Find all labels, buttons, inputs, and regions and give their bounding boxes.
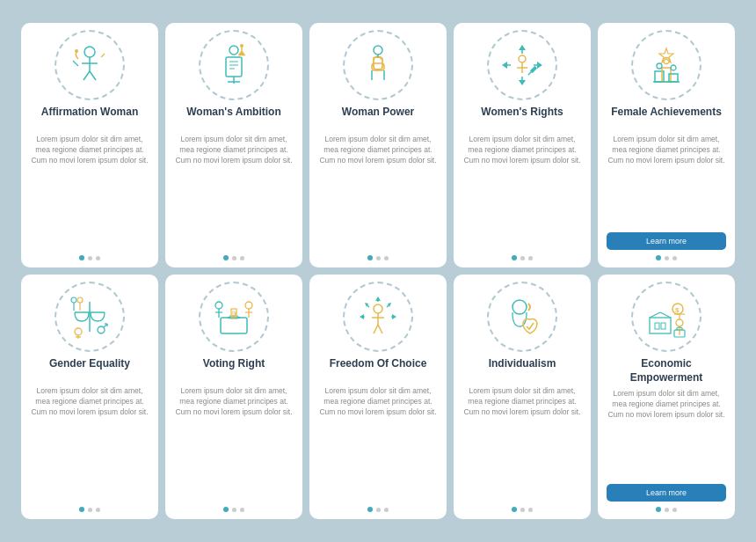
dot-1: [367, 255, 373, 260]
svg-text:$: $: [675, 306, 680, 314]
svg-marker-30: [519, 80, 526, 85]
freedom-of-choice-icon: [354, 293, 402, 341]
icon-circle-1: [55, 30, 125, 100]
svg-point-45: [671, 65, 676, 70]
card-title: Female Achievements: [611, 106, 722, 130]
dot-3: [96, 508, 100, 512]
svg-marker-28: [519, 45, 526, 50]
card-title: Woman's Ambition: [186, 106, 281, 130]
svg-marker-79: [375, 297, 381, 301]
card-text: Lorem ipsum dolor sit dim amet, mea regi…: [318, 135, 438, 250]
card-gender-equality: Gender Equality Lorem ipsum dolor sit di…: [21, 275, 158, 519]
icon-circle-6: [55, 282, 125, 352]
card-title: Affirmation Woman: [41, 106, 138, 130]
card-text: Lorem ipsum dolor sit dim amet, mea regi…: [30, 135, 149, 250]
card-text: Lorem ipsum dolor sit dim amet, mea regi…: [174, 386, 294, 502]
card-text: Lorem ipsum dolor sit dim amet, mea regi…: [607, 389, 726, 480]
card-title: Economic Empowerment: [607, 357, 726, 385]
icon-circle-3: [343, 30, 413, 100]
dot-2: [232, 256, 236, 260]
svg-line-91: [660, 312, 671, 318]
svg-line-90: [650, 312, 660, 318]
svg-point-88: [512, 300, 527, 314]
card-title: Gender Equality: [49, 357, 130, 382]
dots: [79, 507, 100, 512]
card-female-achievements: Female Achievements Lorem ipsum dolor si…: [598, 23, 735, 267]
icon-circle-2: [199, 30, 269, 100]
voting-right-icon: [210, 293, 258, 341]
dot-3: [240, 256, 244, 260]
card-text: Lorem ipsum dolor sit dim amet, mea regi…: [30, 386, 149, 502]
svg-marker-32: [502, 62, 507, 69]
svg-point-50: [75, 328, 82, 335]
dot-3: [672, 256, 677, 260]
woman-power-icon: [354, 41, 402, 89]
svg-point-96: [676, 319, 683, 326]
icon-circle-5: [631, 30, 701, 100]
svg-point-57: [71, 297, 76, 303]
dot-3: [672, 508, 677, 512]
dots: [367, 255, 389, 260]
dot-1: [656, 507, 661, 512]
card-title: Freedom Of Choice: [330, 357, 427, 382]
svg-point-0: [84, 47, 95, 57]
dot-1: [512, 255, 517, 260]
svg-point-43: [657, 63, 662, 69]
dots: [367, 507, 389, 512]
card-womens-rights: Women's Rights Lorem ipsum dolor sit dim…: [454, 23, 591, 267]
dot-2: [665, 508, 669, 512]
dot-1: [79, 507, 84, 512]
dot-3: [96, 256, 100, 260]
card-title: Voting Right: [203, 357, 265, 382]
svg-line-77: [378, 325, 382, 333]
svg-marker-46: [659, 48, 673, 62]
dots: [79, 255, 100, 260]
gender-equality-icon: [66, 293, 113, 341]
svg-line-6: [73, 61, 78, 66]
affirmation-woman-icon: [66, 41, 113, 89]
card-freedom-of-choice: Freedom Of Choice Lorem ipsum dolor sit …: [309, 275, 447, 519]
svg-rect-61: [221, 318, 247, 333]
svg-marker-81: [360, 314, 364, 319]
svg-point-73: [374, 304, 382, 313]
card-voting-right: Voting Right Lorem ipsum dolor sit dim a…: [165, 275, 302, 519]
svg-marker-83: [392, 314, 396, 319]
svg-point-35: [519, 55, 526, 62]
card-text: Lorem ipsum dolor sit dim amet, mea regi…: [607, 135, 726, 228]
dots: [223, 507, 244, 512]
svg-point-59: [77, 297, 83, 303]
dot-2: [376, 256, 381, 260]
dot-2: [520, 256, 525, 260]
dots: [223, 255, 244, 260]
card-title: Individualism: [489, 357, 556, 382]
dot-1: [223, 255, 229, 260]
dot-1: [223, 507, 229, 512]
svg-line-3: [84, 71, 90, 80]
svg-rect-89: [650, 318, 671, 333]
card-text: Lorem ipsum dolor sit dim amet, mea regi…: [174, 135, 294, 250]
dots: [656, 255, 677, 260]
dot-3: [384, 256, 389, 260]
svg-point-68: [245, 302, 252, 309]
womens-rights-icon: [498, 41, 546, 89]
card-title: Woman Power: [342, 106, 414, 130]
dot-3: [240, 508, 244, 512]
learn-more-button-1[interactable]: Learn more: [607, 232, 726, 250]
svg-marker-34: [537, 62, 542, 69]
card-individualism: Individualism Lorem ipsum dolor sit dim …: [454, 275, 591, 519]
svg-line-76: [374, 325, 378, 333]
svg-point-8: [229, 46, 238, 55]
dots: [512, 255, 533, 260]
svg-line-7: [101, 54, 105, 57]
card-woman-power: Woman Power Lorem ipsum dolor sit dim am…: [309, 23, 447, 267]
card-title: Women's Rights: [481, 106, 563, 130]
svg-point-23: [374, 46, 382, 55]
svg-point-15: [240, 44, 244, 48]
dot-1: [79, 255, 84, 260]
female-achievements-icon: [643, 41, 690, 89]
dots: [512, 507, 533, 512]
dot-2: [232, 508, 236, 512]
learn-more-button-2[interactable]: Learn more: [607, 484, 726, 502]
svg-line-4: [90, 71, 96, 80]
card-text: Lorem ipsum dolor sit dim amet, mea regi…: [462, 135, 582, 250]
